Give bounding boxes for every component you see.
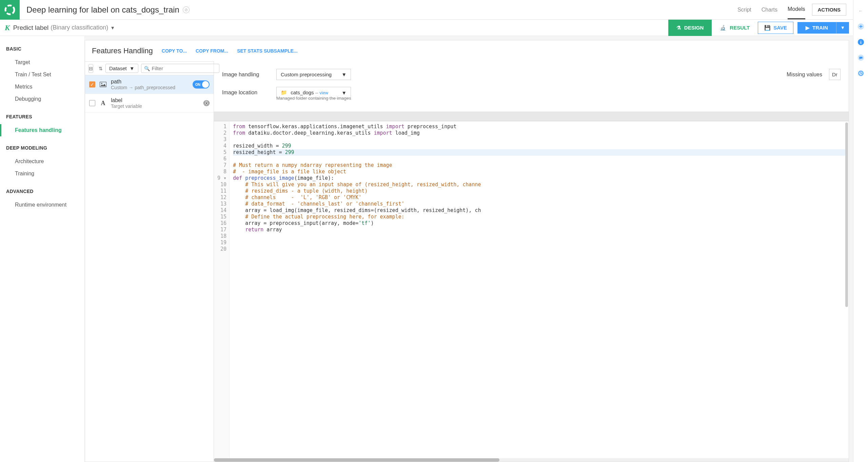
sidebar-item-train-test[interactable]: Train / Test Set — [0, 69, 84, 81]
sidebar-heading-deep-modeling: DEEP MODELING — [0, 145, 84, 155]
mode-tab-result[interactable]: 🔬 RESULT — [712, 20, 758, 36]
topbar: Deep learning for label on cats_dogs_tra… — [0, 0, 853, 20]
image-handling-select[interactable]: Custom preprocessing ▼ — [276, 69, 351, 80]
chevron-down-icon[interactable]: ▼ — [110, 25, 115, 31]
predict-type: (Binary classification) — [51, 24, 108, 31]
arrow-right-icon: → — [129, 85, 133, 90]
feature-subtitle: Target variable — [111, 103, 199, 109]
play-icon: ▶ — [806, 25, 810, 31]
subheader: K Predict label (Binary classification) … — [0, 20, 853, 36]
horizontal-scrollbar[interactable] — [214, 458, 849, 462]
back-icon[interactable]: ← — [857, 7, 865, 15]
target-icon — [203, 100, 210, 106]
sidebar-item-runtime-env[interactable]: Runtime environment — [0, 199, 84, 211]
chevron-down-icon: ▼ — [130, 65, 135, 71]
code-editor[interactable]: 123456789 ▾1011121314151617181920 from t… — [214, 121, 849, 458]
svg-text:i: i — [860, 40, 862, 45]
link-set-stats[interactable]: SET STATS SUBSAMPLE... — [237, 48, 297, 54]
link-copy-from[interactable]: COPY FROM... — [196, 48, 228, 54]
feature-row-label[interactable]: A label Target variable — [85, 94, 214, 113]
features-column: ⊟ ⇅ Dataset ▼ 🔍 — [85, 61, 214, 462]
k-icon: K — [5, 23, 10, 32]
save-button[interactable]: 💾 SAVE — [758, 22, 793, 34]
view-link[interactable]: view — [319, 90, 328, 95]
vertical-scrollbar[interactable] — [845, 122, 848, 458]
feature-name: path — [111, 79, 189, 85]
search-icon: 🔍 — [144, 66, 150, 71]
topbar-tabs: Script Charts Models — [737, 0, 805, 19]
svg-point-0 — [5, 5, 14, 14]
feature-row-path[interactable]: ✓ path Custom → path_preprocessed — [85, 75, 214, 94]
missing-values-label: Missing values — [787, 72, 822, 78]
sidebar-item-metrics[interactable]: Metrics — [0, 81, 84, 93]
feature-checkbox[interactable] — [89, 100, 95, 106]
filter-input[interactable] — [152, 65, 216, 71]
code-content[interactable]: from tensorflow.keras.applications.image… — [230, 121, 849, 458]
dataset-dropdown[interactable]: Dataset ▼ — [105, 64, 138, 73]
right-rail: ← i — [853, 0, 868, 462]
actions-button[interactable]: ACTIONS — [812, 4, 847, 16]
tab-charts[interactable]: Charts — [762, 1, 777, 19]
svg-point-5 — [206, 102, 207, 104]
feature-checkbox[interactable]: ✓ — [89, 81, 95, 88]
helper-text: Managed folder containing the images — [276, 96, 841, 101]
workspace: Features Handling COPY TO... COPY FROM..… — [85, 40, 849, 462]
save-icon: 💾 — [764, 25, 771, 31]
code-gutter: 123456789 ▾1011121314151617181920 — [214, 121, 230, 458]
sidebar-item-features-handling[interactable]: Features handling — [0, 124, 84, 136]
sidebar-item-training[interactable]: Training — [0, 168, 84, 180]
feature-toggle[interactable]: ON — [193, 80, 210, 89]
predict-label: Predict label — [13, 24, 49, 32]
sort-button[interactable]: ⇅ — [99, 64, 103, 73]
sidebar-item-debugging[interactable]: Debugging — [0, 93, 84, 105]
sidebar-heading-advanced: ADVANCED — [0, 189, 84, 199]
sidebar-item-architecture[interactable]: Architecture — [0, 155, 84, 168]
flask-icon: ⚗ — [676, 25, 681, 31]
folder-icon: 📁 — [281, 90, 287, 95]
feature-subtitle: Custom → path_preprocessed — [111, 85, 189, 90]
sidebar-item-target[interactable]: Target — [0, 56, 84, 69]
settings-sidebar: BASIC Target Train / Test Set Metrics De… — [0, 36, 85, 462]
history-icon[interactable] — [857, 69, 865, 77]
title-info-icon[interactable]: ⊘ — [183, 6, 190, 13]
info-icon[interactable]: i — [857, 38, 865, 46]
code-toolbar — [214, 112, 849, 121]
link-copy-to[interactable]: COPY TO... — [162, 48, 187, 54]
collapse-all-button[interactable]: ⊟ — [88, 64, 93, 73]
text-type-icon: A — [99, 100, 107, 107]
image-type-icon — [99, 82, 107, 87]
tab-script[interactable]: Script — [737, 1, 751, 19]
sidebar-heading-basic: BASIC — [0, 46, 84, 56]
tab-models[interactable]: Models — [788, 0, 805, 19]
missing-values-select[interactable]: Dr — [829, 69, 841, 80]
train-button[interactable]: ▶ TRAIN — [797, 22, 836, 34]
image-location-label: Image location — [222, 90, 270, 96]
microscope-icon: 🔬 — [720, 25, 726, 31]
detail-column: Image handling Custom preprocessing ▼ Mi… — [214, 61, 849, 462]
image-handling-label: Image handling — [222, 72, 270, 78]
feature-name: label — [111, 97, 199, 103]
app-logo[interactable] — [0, 0, 20, 20]
add-icon[interactable] — [857, 22, 865, 31]
chevron-down-icon: ▼ — [341, 90, 347, 96]
chevron-down-icon: ▼ — [341, 72, 347, 77]
svg-rect-1 — [100, 82, 106, 87]
page-title: Deep learning for label on cats_dogs_tra… — [26, 5, 737, 15]
mode-tab-design[interactable]: ⚗ DESIGN — [668, 20, 712, 36]
svg-point-2 — [101, 83, 102, 84]
train-dropdown[interactable]: ▼ — [836, 22, 849, 34]
workspace-title: Features Handling — [92, 46, 153, 55]
chat-icon[interactable] — [857, 54, 865, 62]
sidebar-heading-features: FEATURES — [0, 114, 84, 124]
